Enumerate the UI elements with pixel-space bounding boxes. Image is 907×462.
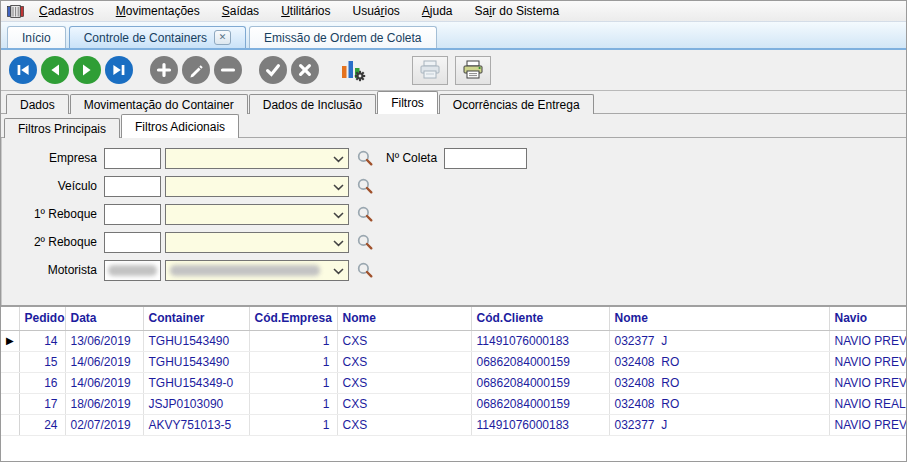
1-reboque-code-input[interactable] (104, 204, 161, 225)
cell-pedido[interactable]: 15 (19, 351, 65, 372)
cell-pedido[interactable]: 16 (19, 372, 65, 393)
column-header-nome[interactable]: Nome (609, 307, 829, 330)
1-reboque-search-icon[interactable] (356, 205, 376, 223)
next-record-button[interactable] (73, 56, 101, 84)
cell-container[interactable]: TGHU1543490 (143, 330, 249, 351)
last-record-button[interactable] (105, 56, 133, 84)
cell-c-d-empresa[interactable]: 1 (249, 393, 337, 414)
cell-c-d-empresa[interactable]: 1 (249, 351, 337, 372)
tab-ocorr-ncias-de-entrega[interactable]: Ocorrências de Entrega (439, 94, 594, 114)
menu-item-sair-do-sistema[interactable]: Sair do Sistema (464, 2, 571, 20)
cell-c-d-cliente[interactable]: 11491076000183 (471, 414, 609, 435)
cell-nome[interactable]: CXS (337, 351, 471, 372)
column-header-data[interactable]: Data (65, 307, 143, 330)
table-row[interactable]: 2402/07/2019AKVY751013-51CXS114910760001… (1, 414, 906, 435)
prior-record-button[interactable] (41, 56, 69, 84)
2-reboque-code-input[interactable] (104, 232, 161, 253)
ve-culo-code-input[interactable] (104, 176, 161, 197)
menu-item-utilit-rios[interactable]: Utilitários (270, 2, 341, 20)
column-header-container[interactable]: Container (143, 307, 249, 330)
chevron-down-icon[interactable] (333, 268, 344, 275)
cell-nome[interactable]: CXS (337, 372, 471, 393)
cell-c-d-cliente[interactable]: 11491076000183 (471, 330, 609, 351)
column-header-navio[interactable]: Navio (829, 307, 906, 330)
delete-record-button[interactable] (214, 56, 242, 84)
empresa-combobox[interactable] (165, 148, 349, 169)
chevron-down-icon[interactable] (333, 212, 344, 219)
edit-record-button[interactable] (182, 56, 210, 84)
menu-item-usu-rios[interactable]: Usuários (341, 2, 410, 20)
cell-nome[interactable]: 032408 RO (609, 351, 829, 372)
chevron-down-icon[interactable] (333, 156, 344, 163)
cell-container[interactable]: JSJP0103090 (143, 393, 249, 414)
empresa-code-input[interactable] (104, 148, 161, 169)
cell-nome[interactable]: 032377 J (609, 330, 829, 351)
cell-nome[interactable]: 032377 J (609, 414, 829, 435)
ve-culo-combobox[interactable] (165, 176, 349, 197)
subtab-filtros-adicionais[interactable]: Filtros Adicionais (121, 114, 239, 138)
cell-c-d-empresa[interactable]: 1 (249, 414, 337, 435)
print-preview-button[interactable] (412, 56, 448, 85)
cell-nome[interactable]: CXS (337, 330, 471, 351)
menu-item-sa-das[interactable]: Saídas (211, 2, 270, 20)
cell-c-d-cliente[interactable]: 06862084000159 (471, 351, 609, 372)
empresa-search-icon[interactable] (356, 149, 376, 167)
cell-navio[interactable]: NAVIO REAL (829, 393, 906, 414)
insert-record-button[interactable] (150, 56, 178, 84)
tab-dados-de-inclus-o[interactable]: Dados de Inclusão (249, 94, 376, 114)
cell-navio[interactable]: NAVIO PREV (829, 351, 906, 372)
cancel-button[interactable] (291, 56, 319, 84)
1-reboque-combobox[interactable] (165, 204, 349, 225)
confirm-button[interactable] (259, 56, 287, 84)
menu-item-ajuda[interactable]: Ajuda (411, 2, 464, 20)
cell-pedido[interactable]: 24 (19, 414, 65, 435)
cell-c-d-empresa[interactable]: 1 (249, 330, 337, 351)
chevron-down-icon[interactable] (333, 184, 344, 191)
cell-nome[interactable]: 032408 RO (609, 372, 829, 393)
page-tab-controle-de-containers[interactable]: Controle de Containers✕ (69, 26, 246, 48)
tab-dados[interactable]: Dados (6, 94, 69, 114)
ncoleta-input[interactable] (444, 148, 527, 169)
tab-filtros[interactable]: Filtros (377, 91, 438, 114)
column-header-pedido[interactable]: Pedido (19, 307, 65, 330)
cell-pedido[interactable]: 14 (19, 330, 65, 351)
menu-item-movimenta-es[interactable]: Movimentações (105, 2, 211, 20)
cell-container[interactable]: TGHU1543490 (143, 351, 249, 372)
column-header-nome[interactable]: Nome (337, 307, 471, 330)
cell-container[interactable]: AKVY751013-5 (143, 414, 249, 435)
tab-movimenta-o-do-container[interactable]: Movimentação do Container (70, 94, 248, 114)
column-header-c-d-empresa[interactable]: Cód.Empresa (249, 307, 337, 330)
table-row[interactable]: ▶1413/06/2019TGHU15434901CXS114910760001… (1, 330, 906, 351)
chart-settings-button[interactable] (336, 56, 370, 84)
page-tab-emiss-o-de-ordem-de-coleta[interactable]: Emissão de Ordem de Coleta (249, 26, 436, 48)
print-button[interactable] (455, 56, 491, 85)
subtab-filtros-principais[interactable]: Filtros Principais (4, 118, 120, 138)
motorista-code-input[interactable] (104, 260, 161, 281)
cell-navio[interactable]: NAVIO PREV (829, 330, 906, 351)
first-record-button[interactable] (9, 56, 37, 84)
cell-nome[interactable]: 032408 RO (609, 393, 829, 414)
menu-item-cadastros[interactable]: Cadastros (28, 2, 105, 20)
page-tab-in-cio[interactable]: Início (7, 26, 66, 48)
close-tab-icon[interactable]: ✕ (214, 30, 231, 45)
2-reboque-search-icon[interactable] (356, 233, 376, 251)
cell-navio[interactable]: NAVIO PREV (829, 372, 906, 393)
table-row[interactable]: 1614/06/2019TGHU154349-01CXS068620840001… (1, 372, 906, 393)
table-row[interactable]: 1718/06/2019JSJP01030901CXS0686208400015… (1, 393, 906, 414)
table-row[interactable]: 1514/06/2019TGHU15434901CXS0686208400015… (1, 351, 906, 372)
cell-pedido[interactable]: 17 (19, 393, 65, 414)
cell-data[interactable]: 14/06/2019 (65, 372, 143, 393)
motorista-combobox[interactable] (165, 260, 349, 281)
motorista-search-icon[interactable] (356, 261, 376, 279)
ve-culo-search-icon[interactable] (356, 177, 376, 195)
cell-c-d-empresa[interactable]: 1 (249, 372, 337, 393)
cell-nome[interactable]: CXS (337, 393, 471, 414)
cell-data[interactable]: 13/06/2019 (65, 330, 143, 351)
cell-data[interactable]: 14/06/2019 (65, 351, 143, 372)
cell-data[interactable]: 18/06/2019 (65, 393, 143, 414)
column-header-c-d-cliente[interactable]: Cód.Cliente (471, 307, 609, 330)
cell-nome[interactable]: CXS (337, 414, 471, 435)
cell-container[interactable]: TGHU154349-0 (143, 372, 249, 393)
cell-navio[interactable]: NAVIO PREV (829, 414, 906, 435)
chevron-down-icon[interactable] (333, 240, 344, 247)
